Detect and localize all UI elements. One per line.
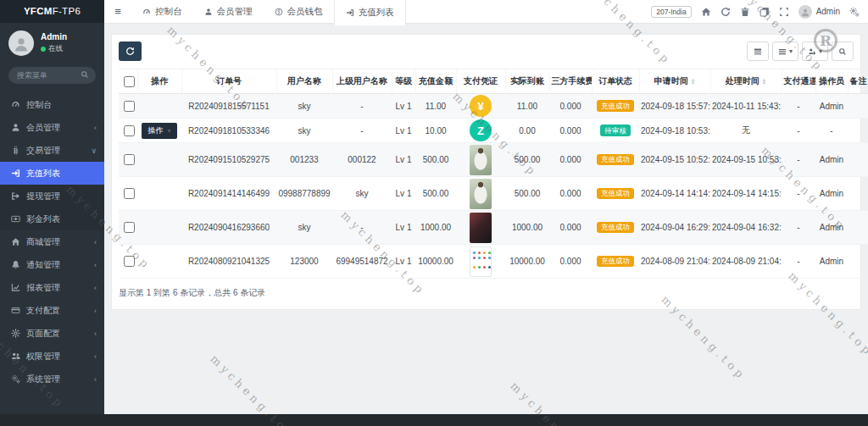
trash-button[interactable] <box>740 7 750 17</box>
sidebar-item-0[interactable]: 控制台 <box>0 93 104 116</box>
column-header-6: 支付凭证 <box>456 69 505 94</box>
sort-icon: ▲▼ <box>762 78 766 86</box>
tab-label: 会员管理 <box>217 6 253 18</box>
column-header-5: 充值金额 <box>415 69 456 94</box>
cell-actual: 500.00 <box>505 177 549 211</box>
sidebar-item-4[interactable]: 提现管理 <box>0 185 104 207</box>
card-icon <box>11 306 20 315</box>
cell-voucher: ¥ <box>456 94 505 119</box>
payment-voucher-image[interactable] <box>470 246 492 277</box>
payment-icon-app[interactable]: Z <box>470 119 492 141</box>
cell-fee: 0.000 <box>549 119 592 143</box>
tab-0[interactable]: 控制台 <box>131 0 193 23</box>
cell-process-time: 2024-09-14 14:15:43 <box>710 177 782 211</box>
payment-voucher-image[interactable] <box>470 213 492 243</box>
cell-process-time: 2024-09-04 16:32:23 <box>710 211 782 245</box>
export-button[interactable]: ▾ <box>802 41 828 61</box>
table-search-button[interactable] <box>832 41 854 61</box>
export-icon <box>808 47 816 56</box>
cell-op <box>137 94 181 119</box>
cell-level: Lv 1 <box>392 94 415 119</box>
cell-op <box>137 211 181 245</box>
column-header-4: 等级 <box>392 69 415 94</box>
grid-icon <box>754 47 762 56</box>
cell-status: 待审核 <box>592 119 639 143</box>
sidebar-item-6[interactable]: 商城管理‹ <box>0 230 104 253</box>
column-header-label: 订单状态 <box>598 76 632 86</box>
row-checkbox[interactable] <box>124 256 135 267</box>
select-all-checkbox[interactable] <box>124 76 135 87</box>
region-selector[interactable]: 207-India <box>651 6 691 18</box>
cell-remark <box>848 94 868 119</box>
table-body: R2024091815571151sky-Lv 111.00¥11.000.00… <box>119 94 868 279</box>
sidebar-item-8[interactable]: 报表管理‹ <box>0 276 104 299</box>
payment-icon-yuan[interactable]: ¥ <box>470 95 492 117</box>
row-checkbox[interactable] <box>124 154 135 165</box>
copy-button[interactable] <box>760 7 770 17</box>
column-header-11[interactable]: 处理时间▲▼ <box>710 69 782 94</box>
sidebar-item-7[interactable]: 通知管理‹ <box>0 253 104 276</box>
sidebar-item-1[interactable]: 会员管理‹ <box>0 116 104 139</box>
cell-operator: Admin <box>815 177 848 211</box>
payment-voucher-image[interactable] <box>470 179 492 209</box>
row-checkbox[interactable] <box>124 125 135 136</box>
row-action-button[interactable]: 操作▾ <box>142 123 176 139</box>
cell-order: R2024091510529275 <box>181 143 276 177</box>
cell-operator: - <box>815 119 848 143</box>
top-navbar: ≡ 控制台会员管理会员钱包充值列表 207-India Admin <box>104 0 868 24</box>
sidebar-item-9[interactable]: 支付配置‹ <box>0 299 104 322</box>
column-header-10[interactable]: 申请时间▲▼ <box>639 69 710 94</box>
cell-amount: 1000.00 <box>415 211 456 245</box>
toggle-view-button[interactable] <box>747 41 769 61</box>
cell-voucher <box>456 143 505 177</box>
cell-status: 充值成功 <box>592 211 639 245</box>
status-badge: 充值成功 <box>597 154 634 166</box>
home-button[interactable] <box>701 7 711 17</box>
sidebar-item-2[interactable]: B交易管理∨ <box>0 139 104 162</box>
columns-button[interactable]: ▾ <box>772 41 798 61</box>
cell-actual: 1000.00 <box>505 211 549 245</box>
fullscreen-button[interactable] <box>779 7 789 17</box>
tab-1[interactable]: 会员管理 <box>193 0 264 23</box>
cell-channel: - <box>782 177 815 211</box>
row-checkbox[interactable] <box>124 188 135 199</box>
cell-remark <box>848 177 868 211</box>
row-checkbox[interactable] <box>124 222 135 233</box>
columns-icon <box>778 47 787 56</box>
cell-status: 充值成功 <box>592 177 639 211</box>
cell-channel: - <box>782 94 815 119</box>
topnav-tabs: 控制台会员管理会员钱包充值列表 <box>131 0 406 23</box>
sidebar-item-12[interactable]: 系统管理‹ <box>0 368 104 390</box>
refresh-button[interactable] <box>721 7 731 17</box>
table-row: R2024090416293660sky-Lv 11000.001000.000… <box>119 211 868 245</box>
brand-bold: YFCM <box>24 6 53 16</box>
chevron-left-icon: ‹ <box>94 124 97 132</box>
sidebar-item-label: 充值列表 <box>26 168 60 180</box>
cell-fee: 0.000 <box>549 211 592 245</box>
cell-operator: Admin <box>815 211 848 245</box>
cell-order: R2024090416293660 <box>181 211 276 245</box>
cell-status: 充值成功 <box>592 94 639 119</box>
sidebar-toggle-button[interactable]: ≡ <box>104 0 131 23</box>
column-header-7: 实际到账 <box>505 69 549 94</box>
sidebar-item-11[interactable]: 权限管理‹ <box>0 345 104 368</box>
cell-amount: 500.00 <box>415 177 456 211</box>
sidebar-item-10[interactable]: 页面配置‹ <box>0 322 104 345</box>
cell-operator: Admin <box>815 245 848 279</box>
table-refresh-button[interactable] <box>119 41 142 61</box>
cell-order: R2024091815571151 <box>181 94 276 119</box>
sidebar-item-5[interactable]: 彩金列表 <box>0 207 104 230</box>
column-header-label: 操作员 <box>819 76 844 86</box>
row-checkbox[interactable] <box>124 101 135 112</box>
trash-icon <box>740 7 750 17</box>
sidebar-item-3[interactable]: 充值列表 <box>0 162 104 185</box>
cell-op: 操作▾ <box>137 119 181 143</box>
refresh-icon <box>721 7 731 17</box>
column-header-13: 操作员 <box>815 69 848 94</box>
admin-menu[interactable]: Admin <box>798 5 840 19</box>
table-toolbar: ▾ ▾ <box>119 41 854 61</box>
tab-3[interactable]: 充值列表 <box>334 0 406 25</box>
tab-2[interactable]: 会员钱包 <box>264 0 334 23</box>
payment-voucher-image[interactable] <box>470 145 492 175</box>
settings-button[interactable] <box>849 7 860 17</box>
